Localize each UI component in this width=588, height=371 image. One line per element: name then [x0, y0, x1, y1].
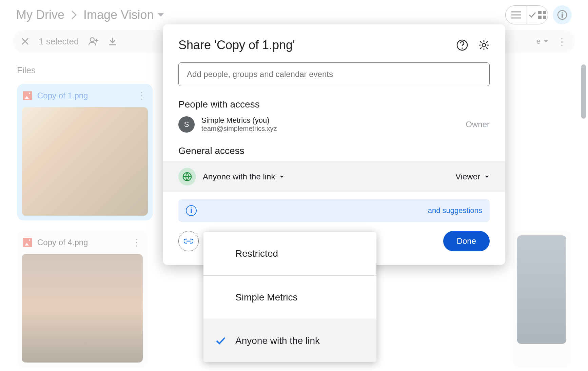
chevron-down-icon — [484, 175, 490, 178]
access-option-org[interactable]: Simple Metrics — [203, 275, 376, 319]
person-role: Owner — [466, 120, 490, 129]
share-dialog: Share 'Copy of 1.png' People with access… — [163, 24, 505, 265]
globe-icon — [178, 168, 196, 186]
access-option-anyone[interactable]: Anyone with the link — [203, 319, 376, 362]
role-label: Viewer — [455, 172, 480, 181]
help-icon[interactable] — [456, 39, 468, 51]
svg-point-10 — [482, 43, 486, 47]
link-icon — [184, 238, 193, 244]
chevron-down-icon — [279, 175, 285, 178]
general-access-row: Anyone with the link Viewer — [163, 161, 505, 192]
copy-link-button[interactable] — [178, 231, 199, 251]
avatar: S — [178, 116, 195, 133]
option-label: Restricted — [235, 248, 278, 259]
done-button[interactable]: Done — [443, 231, 490, 251]
access-level-label: Anyone with the link — [203, 172, 275, 181]
people-section-heading: People with access — [178, 99, 490, 110]
option-label: Simple Metrics — [235, 292, 298, 303]
dialog-title: Share 'Copy of 1.png' — [178, 38, 295, 52]
svg-point-9 — [462, 47, 463, 49]
check-icon — [215, 337, 227, 345]
access-person-row: S Simple Metrics (you) team@simplemetric… — [178, 116, 490, 133]
role-dropdown[interactable]: Viewer — [455, 172, 490, 181]
banner-hint-text: and suggestions — [428, 206, 482, 215]
person-email: team@simplemetrics.xyz — [201, 125, 277, 133]
person-name: Simple Metrics (you) — [201, 116, 277, 125]
add-people-input[interactable] — [178, 62, 490, 86]
access-level-dropdown[interactable]: Anyone with the link — [203, 172, 285, 181]
general-section-heading: General access — [178, 145, 490, 156]
option-label: Anyone with the link — [235, 335, 320, 346]
dialog-header: Share 'Copy of 1.png' — [178, 38, 490, 52]
info-icon: i — [186, 205, 197, 216]
info-banner: i and suggestions — [178, 199, 490, 222]
scrollbar-thumb[interactable] — [581, 64, 586, 119]
access-option-restricted[interactable]: Restricted — [203, 232, 376, 275]
gear-icon[interactable] — [478, 39, 490, 51]
access-level-menu: Restricted Simple Metrics Anyone with th… — [203, 232, 376, 362]
